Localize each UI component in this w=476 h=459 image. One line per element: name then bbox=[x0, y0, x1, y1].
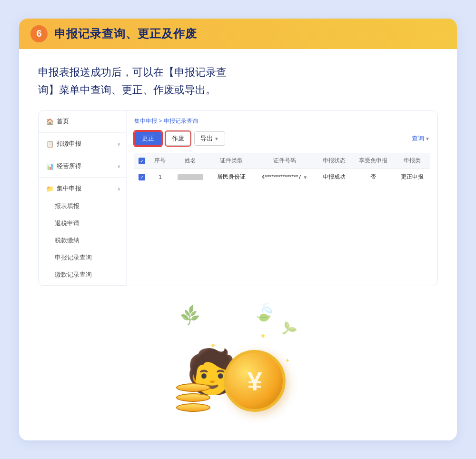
sidebar-label-business: 经营所得 bbox=[57, 162, 81, 170]
sidebar-sub-label-records: 申报记录查询 bbox=[55, 254, 92, 261]
row-checkbox[interactable]: ✓ bbox=[139, 174, 145, 180]
sidebar-sub-item-payment[interactable]: 缴款记录查询 bbox=[39, 266, 126, 283]
coin-disc-2 bbox=[176, 393, 210, 402]
sidebar-item-business[interactable]: 📊 经营所得 bbox=[39, 157, 126, 175]
sidebar: 🏠 首页 📋 扣缴申报 📊 经营所得 bbox=[39, 110, 127, 286]
sidebar-label-withholding: 扣缴申报 bbox=[57, 140, 81, 148]
sidebar-section-collective: 📁 集中申报 报表填报 退税申请 税款缴纳 申报记录查询 bbox=[39, 178, 126, 286]
sidebar-sub-item-refund[interactable]: 退税申请 bbox=[39, 215, 126, 232]
main-card: 6 申报记录查询、更正及作废 申报表报送成功后，可以在【申报记录查 询】菜单中查… bbox=[19, 19, 457, 441]
collective-icon: 📁 bbox=[46, 185, 54, 192]
illustration-area: 🌿 🍃 🌱 ✦ ✦ ✦ 🧑 ¥ bbox=[38, 298, 438, 436]
query-label: 查询 bbox=[412, 134, 424, 143]
breadcrumb-separator: > bbox=[159, 118, 163, 124]
content-area: 申报表报送成功后，可以在【申报记录查 询】菜单中查询、更正、作废或导出。 🏠 首… bbox=[19, 49, 457, 441]
sparkle-1-icon: ✦ bbox=[259, 331, 267, 341]
cancel-button[interactable]: 作废 bbox=[166, 131, 190, 146]
sidebar-sub-label-tax: 税款缴纳 bbox=[55, 237, 79, 244]
sidebar-sub-item-tax[interactable]: 税款缴纳 bbox=[39, 232, 126, 249]
row-status: 申报成功 bbox=[317, 169, 352, 185]
home-icon: 🏠 bbox=[46, 118, 54, 125]
section-header: 6 申报记录查询、更正及作废 bbox=[19, 19, 457, 49]
sparkle-3-icon: ✦ bbox=[285, 357, 290, 364]
breadcrumb-current: 申报记录查询 bbox=[164, 118, 198, 124]
coin-disc-3 bbox=[176, 403, 210, 412]
col-id-number: 证件号码 bbox=[253, 153, 317, 169]
main-coin: ¥ bbox=[224, 350, 286, 412]
records-table: ✓ 序号 姓名 证件类型 证件号码 申报状态 享受免申报 申报类 bbox=[134, 153, 430, 185]
col-status: 申报状态 bbox=[317, 153, 352, 169]
row-report-type: 更正申报 bbox=[395, 169, 430, 185]
query-button[interactable]: 查询 ▼ bbox=[412, 134, 430, 143]
col-seq: 序号 bbox=[149, 153, 171, 169]
illustration-container: 🌿 🍃 🌱 ✦ ✦ ✦ 🧑 ¥ bbox=[162, 302, 314, 421]
row-id-type: 居民身份证 bbox=[210, 169, 252, 185]
breadcrumb-parent: 集中申报 bbox=[134, 118, 157, 124]
export-dropdown-icon: ▼ bbox=[214, 136, 219, 141]
coin-disc-1 bbox=[176, 383, 210, 392]
breadcrumb: 集中申报 > 申报记录查询 bbox=[134, 117, 430, 125]
description-line2: 询】菜单中查询、更正、作废或导出。 bbox=[38, 84, 216, 96]
sidebar-sub-label-report: 报表填报 bbox=[55, 202, 79, 210]
sidebar-section-withholding: 📋 扣缴申报 bbox=[39, 133, 126, 155]
main-panel: 集中申报 > 申报记录查询 更正 作废 导出 ▼ 查询 ▼ bbox=[127, 110, 437, 286]
export-button[interactable]: 导出 ▼ bbox=[194, 131, 225, 146]
section-number: 6 bbox=[30, 25, 48, 42]
col-checkbox: ✓ bbox=[134, 153, 149, 169]
id-number-dropdown-icon[interactable]: ▼ bbox=[303, 175, 307, 180]
toolbar: 更正 作废 导出 ▼ 查询 ▼ bbox=[134, 131, 430, 146]
name-masked: ██████ bbox=[178, 174, 204, 180]
section-title: 申报记录查询、更正及作废 bbox=[54, 26, 197, 41]
leaf-1-icon: 🌿 bbox=[178, 304, 202, 327]
sidebar-label-home: 首页 bbox=[57, 117, 69, 126]
row-name: ██████ bbox=[171, 169, 210, 185]
row-seq: 1 bbox=[149, 169, 171, 185]
withholding-icon: 📋 bbox=[46, 140, 54, 148]
table-row: ✓ 1 ██████ 居民身份证 4***************7 ▼ bbox=[134, 169, 430, 185]
leaf-3-icon: 🌱 bbox=[277, 319, 298, 339]
row-exempt: 否 bbox=[352, 169, 394, 185]
description-text: 申报表报送成功后，可以在【申报记录查 询】菜单中查询、更正、作废或导出。 bbox=[38, 63, 438, 99]
ui-mockup: 🏠 首页 📋 扣缴申报 📊 经营所得 bbox=[38, 110, 438, 286]
business-icon: 📊 bbox=[46, 163, 54, 170]
sidebar-section-business: 📊 经营所得 bbox=[39, 155, 126, 178]
col-exempt: 享受免申报 bbox=[352, 153, 394, 169]
sidebar-sub-item-records[interactable]: 申报记录查询 bbox=[39, 249, 126, 266]
leaf-2-icon: 🍃 bbox=[252, 299, 279, 326]
sidebar-section-top: 🏠 首页 bbox=[39, 110, 126, 133]
sidebar-item-collective[interactable]: 📁 集中申报 bbox=[39, 180, 126, 198]
query-dropdown-icon: ▼ bbox=[425, 136, 430, 141]
select-all-checkbox[interactable]: ✓ bbox=[139, 158, 145, 164]
col-name: 姓名 bbox=[171, 153, 210, 169]
sidebar-sub-label-refund: 退税申请 bbox=[55, 220, 79, 227]
description-line1: 申报表报送成功后，可以在【申报记录查 bbox=[38, 66, 227, 78]
export-label: 导出 bbox=[200, 134, 213, 143]
sidebar-item-withholding[interactable]: 📋 扣缴申报 bbox=[39, 135, 126, 153]
col-report-type: 申报类 bbox=[395, 153, 430, 169]
row-checkbox-cell: ✓ bbox=[134, 169, 149, 185]
coin-symbol: ¥ bbox=[247, 366, 262, 397]
row-id-number: 4***************7 ▼ bbox=[253, 169, 317, 185]
sidebar-item-home[interactable]: 🏠 首页 bbox=[39, 112, 126, 130]
coin-stack bbox=[176, 383, 210, 412]
sidebar-sub-label-payment: 缴款记录查询 bbox=[55, 271, 92, 278]
update-button[interactable]: 更正 bbox=[134, 131, 162, 146]
sidebar-label-collective: 集中申报 bbox=[57, 184, 81, 193]
sidebar-sub-item-report[interactable]: 报表填报 bbox=[39, 198, 126, 215]
col-id-type: 证件类型 bbox=[210, 153, 252, 169]
